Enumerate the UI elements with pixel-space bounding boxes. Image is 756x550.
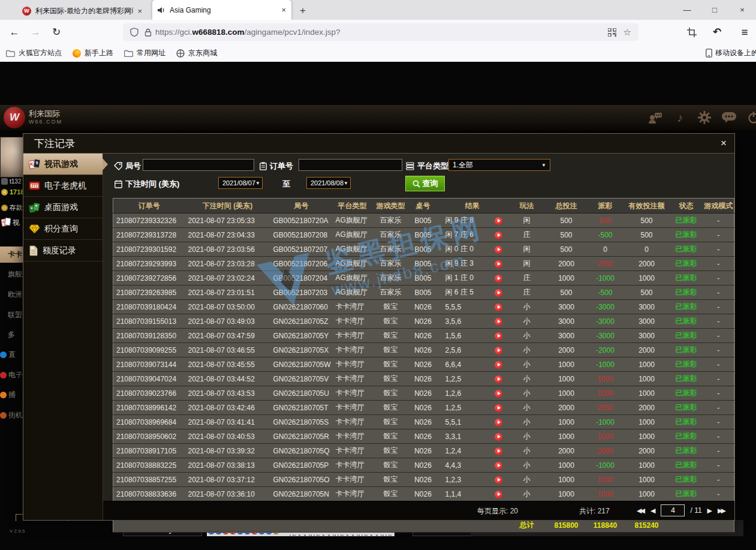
sidebar-item-5[interactable]: 直 — [0, 350, 23, 360]
cell-mode: - — [703, 214, 734, 228]
qr-code-icon[interactable] — [608, 28, 616, 37]
date-to-select[interactable]: 2021/08/08 ▼ — [306, 177, 351, 189]
search-button[interactable]: 查询 — [405, 176, 445, 191]
platform-select[interactable]: 1.全部 ▼ — [448, 159, 550, 171]
first-page-button[interactable]: ◀◀ — [637, 507, 645, 515]
sidebar-item-3[interactable]: 联盟 — [0, 310, 23, 320]
cell-order: 210807038950602 — [113, 429, 185, 444]
replay-play-icon[interactable] — [495, 491, 502, 498]
sidebar-item-4[interactable]: 多 — [0, 330, 23, 340]
tab-asia-gaming[interactable]: Asia Gaming × — [152, 0, 291, 20]
reload-button[interactable]: ↻ — [48, 20, 65, 44]
cell-table: N026 — [409, 372, 437, 386]
replay-play-icon[interactable] — [495, 462, 502, 470]
cell-status: 已派彩 — [670, 228, 703, 242]
svg-text:K: K — [30, 162, 33, 166]
music-icon[interactable]: ♪ — [673, 110, 687, 125]
user-avatar[interactable] — [0, 137, 24, 178]
settings-gear-icon[interactable] — [697, 110, 712, 125]
screenshot-crop-icon[interactable] — [683, 20, 700, 44]
hamburger-menu-icon[interactable]: ≡ — [736, 20, 753, 44]
close-window-button[interactable]: × — [728, 5, 756, 14]
order-number-input[interactable] — [299, 159, 402, 171]
replay-play-icon[interactable] — [495, 303, 502, 311]
replay-play-icon[interactable] — [495, 433, 502, 441]
next-page-button[interactable]: ▶ — [707, 507, 712, 515]
cell-order: 210807039099255 — [113, 343, 185, 357]
cell-result: 3,3,1 — [437, 429, 490, 444]
minimize-button[interactable]: — — [673, 5, 701, 14]
bookmark-item-4[interactable]: 京东商城 — [176, 48, 217, 58]
menu-item-5[interactable]: 额度记录 — [23, 240, 103, 262]
cell-table: N026 — [409, 314, 437, 329]
new-tab-button[interactable]: + — [300, 5, 306, 20]
date-from-select[interactable]: 2021/08/07 ▼ — [218, 177, 263, 189]
last-page-button[interactable]: ▶▶ — [718, 507, 726, 515]
maximize-button[interactable]: □ — [701, 5, 728, 14]
address-bar[interactable]: https://gci.w668818.com/agingame/pcv1/in… — [123, 23, 638, 41]
page-number-input[interactable] — [661, 504, 685, 516]
sidebar-item-8[interactable]: 街机 — [0, 410, 23, 420]
cell-platform: 卡卡湾厅 — [333, 329, 372, 343]
replay-play-icon[interactable] — [495, 390, 502, 398]
replay-play-icon[interactable] — [495, 361, 502, 369]
sidebar-item-2[interactable]: 欧洲 — [0, 290, 23, 300]
tab-close-icon[interactable]: × — [281, 5, 286, 14]
sidebar-item-6[interactable]: 电子 — [0, 370, 23, 380]
replay-play-icon[interactable] — [495, 332, 502, 340]
replay-play-icon[interactable] — [495, 404, 502, 412]
shield-icon[interactable] — [130, 28, 138, 37]
video-category-row[interactable]: K 视 — [1, 217, 20, 228]
tab-close-icon[interactable]: × — [137, 7, 142, 16]
replay-play-icon[interactable] — [495, 347, 502, 354]
menu-item-3[interactable]: 桌面游戏 — [23, 197, 103, 218]
sidebar-item-7[interactable]: 捕 — [0, 390, 23, 400]
sidebar-item-1[interactable]: 旗舰 — [0, 269, 23, 279]
cell-valid-bet: 500 — [624, 214, 670, 228]
replay-play-icon[interactable] — [495, 476, 502, 484]
bookmark-item-1[interactable]: 火狐官方站点 — [6, 48, 62, 58]
chat-icon[interactable] — [722, 110, 736, 125]
forward-button[interactable]: → — [27, 20, 44, 44]
power-icon[interactable] — [746, 110, 756, 125]
replay-play-icon[interactable] — [495, 217, 502, 225]
replay-play-icon[interactable] — [495, 232, 502, 239]
cell-table: B005 — [409, 228, 437, 242]
cell-platform: 卡卡湾厅 — [333, 401, 372, 415]
cell-bet-type: 闲 — [508, 257, 546, 271]
replay-play-icon[interactable] — [495, 447, 502, 455]
cell-replay — [490, 214, 508, 228]
back-button[interactable]: ← — [6, 20, 23, 44]
bookmark-star-icon[interactable]: ☆ — [624, 27, 631, 38]
replay-play-icon[interactable] — [495, 419, 502, 426]
mobile-bookmarks[interactable]: 移动设备上的书签 — [706, 48, 756, 58]
sidebar-item-highlight[interactable]: 卡卡 — [0, 247, 23, 263]
cell-table: N026 — [409, 444, 437, 458]
modal-close-icon[interactable]: × — [713, 137, 734, 149]
menu-item-4[interactable]: 积分查询 — [23, 218, 103, 240]
replay-play-icon[interactable] — [495, 375, 502, 383]
cell-time: 2021-08-07 03:43:53 — [185, 386, 270, 401]
menu-item-2[interactable]: 777电子老虎机 — [23, 175, 103, 197]
url-text[interactable]: https://gci.w668818.com/agingame/pcv1/in… — [155, 28, 608, 37]
cell-bet-type: 小 — [508, 401, 546, 415]
customer-service-icon[interactable] — [648, 110, 662, 125]
replay-play-icon[interactable] — [495, 289, 502, 297]
cell-payout: -1000 — [587, 271, 624, 285]
bookmark-item-2[interactable]: 新手上路 — [73, 48, 113, 58]
replay-play-icon[interactable] — [495, 246, 502, 254]
replay-play-icon[interactable] — [495, 260, 502, 268]
slot-machine-icon: 777 — [29, 181, 40, 191]
replay-play-icon[interactable] — [495, 275, 502, 282]
round-number-input[interactable] — [143, 159, 254, 171]
prev-page-button[interactable]: ◀ — [650, 507, 655, 515]
firefox-icon — [73, 49, 81, 58]
replay-play-icon[interactable] — [495, 318, 502, 326]
lock-icon[interactable] — [144, 28, 152, 37]
tab-lilai[interactable]: W 利来国际-最给力的老牌博彩网站 × — [17, 2, 147, 20]
bookmark-item-3[interactable]: 常用网址 — [124, 48, 165, 58]
history-undo-icon[interactable]: ↶ — [709, 20, 725, 44]
menu-item-1[interactable]: K9视讯游戏 — [23, 154, 103, 175]
deposit-row[interactable]: 存款 — [1, 203, 23, 212]
cell-platform: AG旗舰厅 — [333, 271, 372, 285]
